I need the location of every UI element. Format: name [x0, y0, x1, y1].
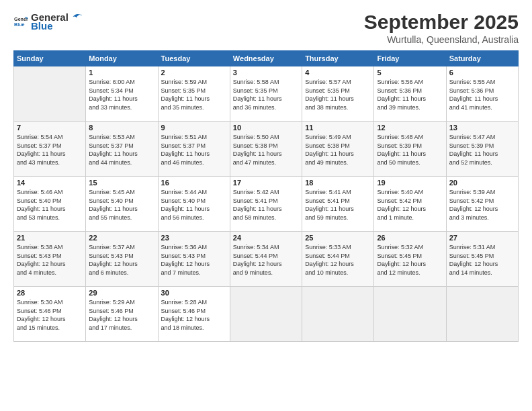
calendar-page: General Blue General Blue September 2025…	[0, 0, 532, 411]
calendar-cell: 14Sunrise: 5:46 AMSunset: 5:40 PMDayligh…	[14, 177, 86, 232]
day-number: 17	[233, 179, 299, 187]
calendar-cell: 11Sunrise: 5:49 AMSunset: 5:38 PMDayligh…	[302, 122, 374, 177]
day-info: Sunrise: 5:38 AMSunset: 5:43 PMDaylight:…	[17, 243, 83, 277]
day-info: Sunrise: 5:37 AMSunset: 5:43 PMDaylight:…	[89, 243, 154, 277]
calendar-cell: 22Sunrise: 5:37 AMSunset: 5:43 PMDayligh…	[86, 232, 158, 287]
logo: General Blue General Blue	[13, 11, 82, 32]
week-row-3: 14Sunrise: 5:46 AMSunset: 5:40 PMDayligh…	[14, 177, 519, 232]
weekday-header-tuesday: Tuesday	[158, 51, 230, 66]
calendar-body: 1Sunrise: 6:00 AMSunset: 5:34 PMDaylight…	[14, 66, 519, 342]
day-info: Sunrise: 5:28 AMSunset: 5:46 PMDaylight:…	[161, 298, 227, 332]
day-number: 8	[89, 124, 154, 132]
weekday-header-row: SundayMondayTuesdayWednesdayThursdayFrid…	[14, 51, 519, 66]
calendar-cell: 7Sunrise: 5:54 AMSunset: 5:37 PMDaylight…	[14, 122, 86, 177]
day-number: 30	[161, 289, 227, 297]
weekday-header-wednesday: Wednesday	[230, 51, 302, 66]
calendar-cell: 21Sunrise: 5:38 AMSunset: 5:43 PMDayligh…	[14, 232, 86, 287]
day-info: Sunrise: 5:32 AMSunset: 5:45 PMDaylight:…	[377, 243, 443, 277]
day-info: Sunrise: 5:51 AMSunset: 5:37 PMDaylight:…	[161, 133, 227, 167]
header: General Blue General Blue September 2025…	[13, 11, 519, 45]
day-info: Sunrise: 5:30 AMSunset: 5:46 PMDaylight:…	[17, 298, 83, 332]
weekday-header-friday: Friday	[374, 51, 446, 66]
calendar-cell: 19Sunrise: 5:40 AMSunset: 5:42 PMDayligh…	[374, 177, 446, 232]
day-info: Sunrise: 5:58 AMSunset: 5:35 PMDaylight:…	[233, 78, 299, 111]
calendar-cell: 15Sunrise: 5:45 AMSunset: 5:40 PMDayligh…	[86, 177, 158, 232]
day-number: 2	[161, 68, 227, 77]
day-number: 25	[305, 234, 371, 242]
logo-bird-icon	[70, 11, 82, 23]
calendar-cell: 9Sunrise: 5:51 AMSunset: 5:37 PMDaylight…	[158, 122, 230, 177]
day-number: 3	[233, 68, 299, 77]
day-info: Sunrise: 5:55 AMSunset: 5:36 PMDaylight:…	[449, 78, 515, 111]
calendar-cell	[374, 287, 446, 342]
week-row-2: 7Sunrise: 5:54 AMSunset: 5:37 PMDaylight…	[14, 122, 519, 177]
calendar-cell: 28Sunrise: 5:30 AMSunset: 5:46 PMDayligh…	[14, 287, 86, 342]
day-number: 6	[449, 68, 515, 77]
day-info: Sunrise: 5:57 AMSunset: 5:35 PMDaylight:…	[305, 78, 371, 111]
day-info: Sunrise: 5:40 AMSunset: 5:42 PMDaylight:…	[377, 188, 443, 222]
day-number: 28	[17, 289, 83, 297]
weekday-header-monday: Monday	[86, 51, 158, 66]
day-info: Sunrise: 5:41 AMSunset: 5:41 PMDaylight:…	[305, 188, 371, 222]
calendar-cell	[446, 287, 518, 342]
week-row-4: 21Sunrise: 5:38 AMSunset: 5:43 PMDayligh…	[14, 232, 519, 287]
day-info: Sunrise: 5:42 AMSunset: 5:41 PMDaylight:…	[233, 188, 299, 222]
day-number: 27	[449, 234, 515, 242]
day-info: Sunrise: 5:53 AMSunset: 5:37 PMDaylight:…	[89, 133, 154, 167]
calendar-cell	[230, 287, 302, 342]
day-info: Sunrise: 5:56 AMSunset: 5:36 PMDaylight:…	[377, 78, 443, 111]
calendar-table: SundayMondayTuesdayWednesdayThursdayFrid…	[13, 50, 519, 342]
calendar-cell: 13Sunrise: 5:47 AMSunset: 5:39 PMDayligh…	[446, 122, 518, 177]
day-info: Sunrise: 5:29 AMSunset: 5:46 PMDaylight:…	[89, 298, 154, 332]
day-number: 12	[377, 124, 443, 132]
calendar-cell: 5Sunrise: 5:56 AMSunset: 5:36 PMDaylight…	[374, 66, 446, 122]
day-number: 26	[377, 234, 443, 242]
calendar-cell: 12Sunrise: 5:48 AMSunset: 5:39 PMDayligh…	[374, 122, 446, 177]
day-info: Sunrise: 5:45 AMSunset: 5:40 PMDaylight:…	[89, 188, 154, 222]
calendar-cell: 2Sunrise: 5:59 AMSunset: 5:35 PMDaylight…	[158, 66, 230, 122]
day-info: Sunrise: 5:39 AMSunset: 5:42 PMDaylight:…	[449, 188, 515, 222]
day-number: 11	[305, 124, 371, 132]
day-info: Sunrise: 5:54 AMSunset: 5:37 PMDaylight:…	[17, 133, 83, 167]
day-number: 5	[377, 68, 443, 77]
calendar-cell: 24Sunrise: 5:34 AMSunset: 5:44 PMDayligh…	[230, 232, 302, 287]
day-number: 14	[17, 179, 83, 187]
week-row-1: 1Sunrise: 6:00 AMSunset: 5:34 PMDaylight…	[14, 66, 519, 122]
calendar-cell: 3Sunrise: 5:58 AMSunset: 5:35 PMDaylight…	[230, 66, 302, 122]
weekday-header-thursday: Thursday	[302, 51, 374, 66]
day-info: Sunrise: 6:00 AMSunset: 5:34 PMDaylight:…	[89, 78, 154, 111]
calendar-cell: 17Sunrise: 5:42 AMSunset: 5:41 PMDayligh…	[230, 177, 302, 232]
day-info: Sunrise: 5:59 AMSunset: 5:35 PMDaylight:…	[161, 78, 227, 111]
calendar-cell: 18Sunrise: 5:41 AMSunset: 5:41 PMDayligh…	[302, 177, 374, 232]
day-info: Sunrise: 5:48 AMSunset: 5:39 PMDaylight:…	[377, 133, 443, 167]
calendar-cell: 4Sunrise: 5:57 AMSunset: 5:35 PMDaylight…	[302, 66, 374, 122]
day-number: 18	[305, 179, 371, 187]
weekday-header-sunday: Sunday	[14, 51, 86, 66]
svg-text:Blue: Blue	[14, 21, 25, 27]
calendar-cell: 29Sunrise: 5:29 AMSunset: 5:46 PMDayligh…	[86, 287, 158, 342]
day-number: 20	[449, 179, 515, 187]
title-block: September 2025 Wurtulla, Queensland, Aus…	[364, 11, 519, 45]
day-number: 15	[89, 179, 154, 187]
day-number: 13	[449, 124, 515, 132]
calendar-cell: 6Sunrise: 5:55 AMSunset: 5:36 PMDaylight…	[446, 66, 518, 122]
calendar-cell: 26Sunrise: 5:32 AMSunset: 5:45 PMDayligh…	[374, 232, 446, 287]
day-number: 10	[233, 124, 299, 132]
day-info: Sunrise: 5:31 AMSunset: 5:45 PMDaylight:…	[449, 243, 515, 277]
calendar-cell: 30Sunrise: 5:28 AMSunset: 5:46 PMDayligh…	[158, 287, 230, 342]
calendar-cell: 1Sunrise: 6:00 AMSunset: 5:34 PMDaylight…	[86, 66, 158, 122]
week-row-5: 28Sunrise: 5:30 AMSunset: 5:46 PMDayligh…	[14, 287, 519, 342]
day-number: 29	[89, 289, 154, 297]
day-info: Sunrise: 5:50 AMSunset: 5:38 PMDaylight:…	[233, 133, 299, 167]
day-number: 22	[89, 234, 154, 242]
calendar-cell: 16Sunrise: 5:44 AMSunset: 5:40 PMDayligh…	[158, 177, 230, 232]
calendar-cell	[302, 287, 374, 342]
calendar-cell	[14, 66, 86, 122]
day-info: Sunrise: 5:49 AMSunset: 5:38 PMDaylight:…	[305, 133, 371, 167]
day-number: 4	[305, 68, 371, 77]
day-info: Sunrise: 5:36 AMSunset: 5:43 PMDaylight:…	[161, 243, 227, 277]
day-info: Sunrise: 5:44 AMSunset: 5:40 PMDaylight:…	[161, 188, 227, 222]
calendar-cell: 20Sunrise: 5:39 AMSunset: 5:42 PMDayligh…	[446, 177, 518, 232]
logo-icon: General Blue	[13, 14, 28, 29]
day-number: 23	[161, 234, 227, 242]
